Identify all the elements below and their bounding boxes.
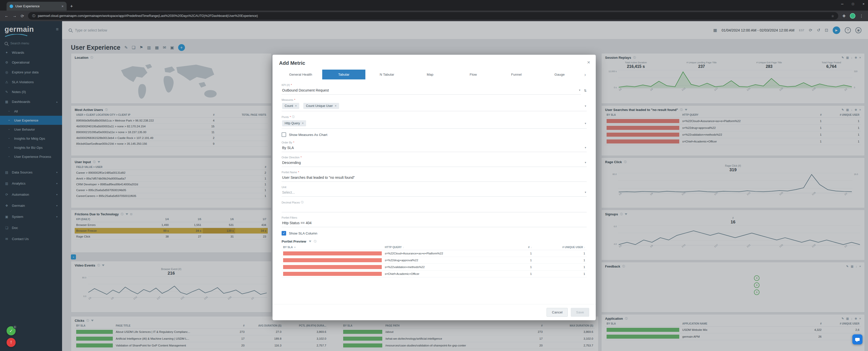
show-sla-column-checkbox[interactable]: ✓ Show SLA Column <box>282 231 587 235</box>
browser-chrome: User Experience × + ─ □ × ← → ⟳ ⓘ paemse… <box>0 0 868 21</box>
remove-chip-icon[interactable]: × <box>295 104 297 108</box>
browser-toolbar: ← → ⟳ ⓘ paemsef.cloud.germainapm.com/ger… <box>0 10 868 21</box>
address-bar[interactable]: ⓘ paemsef.cloud.germainapm.com/germainap… <box>28 12 838 20</box>
status-button[interactable]: ✓× <box>6 326 16 336</box>
add-metric-modal: Add Metric × General Health Tabular N Ta… <box>273 55 596 320</box>
sla-bar <box>283 251 382 255</box>
tab-tabular[interactable]: Tabular <box>322 70 365 79</box>
sla-bar <box>283 272 382 276</box>
chevron-down-icon: ▾ <box>585 122 586 125</box>
order-by-select[interactable]: By SLA ▾ <box>282 145 587 152</box>
order-direction-select[interactable]: Descending ▾ <box>282 159 587 167</box>
measures-select[interactable]: Count× Count Unique User× ▾ <box>282 102 587 111</box>
chat-button[interactable] <box>852 334 863 345</box>
chevron-down-icon: ▾ <box>585 161 586 164</box>
save-button[interactable]: Save <box>571 308 589 317</box>
window-minimize-button[interactable]: ─ <box>841 2 843 6</box>
window-maximize-button[interactable]: □ <box>852 2 854 6</box>
tab-funnel[interactable]: Funnel <box>495 70 538 79</box>
tab-general-health[interactable]: General Health <box>279 70 322 79</box>
sort-icon: ↕ <box>403 246 404 249</box>
sort-desc-icon: ▼ <box>294 246 296 249</box>
measure-chip[interactable]: Count Unique User× <box>303 103 339 109</box>
portlet-filters-input[interactable]: Http Status == 404 <box>282 220 587 227</box>
tab-flow[interactable]: Flow <box>452 70 495 79</box>
chat-bubble-icon <box>855 338 860 341</box>
table-row[interactable]: s=%22drug+approval%2211 <box>282 257 587 264</box>
kpi-select[interactable]: Outbound Document Request ▾ <box>282 87 581 95</box>
chevron-down-icon: ▾ <box>579 89 581 92</box>
info-icon[interactable]: ⓘ <box>292 115 295 119</box>
info-icon[interactable]: ⓘ <box>314 240 317 243</box>
table-row[interactable]: s=Chief+Academic+Officer11 <box>282 270 587 277</box>
pivot-chip[interactable]: Http Query× <box>282 120 306 126</box>
back-button[interactable]: ← <box>4 13 8 18</box>
badge-close-icon[interactable]: × <box>13 325 17 329</box>
order-by-field: Order By* By SLA ▾ <box>282 141 587 152</box>
url-text: paemsef.cloud.germainapm.com/germainapm/… <box>38 14 829 18</box>
decimal-places-input[interactable] <box>282 205 587 212</box>
browser-menu-icon[interactable]: ⋮ <box>860 13 864 19</box>
kpi-field: KPI (#)* Outbound Document Request ▾ ⇅ <box>282 84 587 95</box>
table-row[interactable]: s=%22Cloud+Assurance+as+e+Platform%2211 <box>282 250 587 257</box>
table-row[interactable]: s=%22validation+methods%2211 <box>282 264 587 270</box>
tabs-more-chevron-icon[interactable]: › <box>581 72 589 77</box>
unit-field: Unit Select... ▾ <box>282 186 587 197</box>
chevron-down-icon: ▾ <box>585 104 586 108</box>
column-header-unique-user[interactable]: # UNIQUE USER↕ <box>533 244 587 250</box>
cancel-button[interactable]: Cancel <box>547 308 568 317</box>
info-icon[interactable]: ⓘ <box>301 200 304 204</box>
portlet-filters-field: Portlet Filters Http Status == 404 <box>282 216 587 227</box>
sla-bar <box>283 265 382 269</box>
browser-tab[interactable]: User Experience × <box>6 2 67 10</box>
sla-bar <box>283 258 382 262</box>
filter-icon[interactable] <box>309 241 311 242</box>
modal-title: Add Metric <box>279 60 305 66</box>
tab-strip: User Experience × + ─ □ × <box>0 0 868 10</box>
sort-icon: ↕ <box>584 246 585 249</box>
close-icon[interactable]: × <box>587 59 590 65</box>
profile-avatar[interactable] <box>850 13 856 19</box>
order-direction-field: Order Direction* Descending ▾ <box>282 156 587 167</box>
measures-field: Measures* Count× Count Unique User× ▾ <box>282 98 587 111</box>
reload-button[interactable]: ⟳ <box>21 13 24 19</box>
favicon <box>9 4 13 8</box>
new-tab-button[interactable]: + <box>70 3 73 9</box>
tab-title: User Experience <box>16 4 59 8</box>
pivots-field: Pivots*ⓘ Http Query× ▾ <box>282 115 587 129</box>
swap-icon[interactable]: ⇅ <box>584 89 587 95</box>
site-info-icon[interactable]: ⓘ <box>32 14 35 18</box>
column-header-by-sla[interactable]: BY SLA▼ <box>282 244 383 250</box>
checkbox-checked: ✓ <box>282 231 286 235</box>
portlet-preview-title: Portlet Preview <box>282 240 306 243</box>
pivots-select[interactable]: Http Query× ▾ <box>282 119 587 129</box>
checkbox-unchecked <box>282 132 286 137</box>
tab-map[interactable]: Map <box>408 70 452 79</box>
tab-n-tabular[interactable]: N Tabular <box>365 70 408 79</box>
show-measures-as-chart-checkbox[interactable]: Show Measures As Chart <box>282 132 587 137</box>
bookmark-star-icon[interactable]: ☆ <box>831 14 834 18</box>
portlet-name-field: Portlet Name* User Searches that leaded … <box>282 171 587 182</box>
portlet-name-input[interactable]: User Searches that leaded to "no result … <box>282 174 587 182</box>
remove-chip-icon[interactable]: × <box>302 122 304 125</box>
chevron-down-icon: ▾ <box>585 191 586 194</box>
tab-close-icon[interactable]: × <box>62 4 64 8</box>
portlet-preview-table: BY SLA▼ HTTP QUERY↕ #↕ # UNIQUE USER↕ s=… <box>282 244 587 277</box>
unit-select[interactable]: Select... ▾ <box>282 189 587 197</box>
decimal-places-field: Decimal Placesⓘ <box>282 200 587 212</box>
sort-icon: ↕ <box>531 246 532 249</box>
column-header-count[interactable]: #↕ <box>488 244 533 250</box>
measure-chip[interactable]: Count× <box>282 103 299 109</box>
remove-chip-icon[interactable]: × <box>335 104 337 108</box>
extensions-icon[interactable]: ❖ <box>842 13 846 19</box>
tab-gauge[interactable]: Gauge <box>538 70 581 79</box>
forward-button[interactable]: → <box>12 13 17 18</box>
chevron-down-icon: ▾ <box>585 146 586 149</box>
column-header-http-query[interactable]: HTTP QUERY↕ <box>383 244 488 250</box>
modal-tabs: General Health Tabular N Tabular Map Flo… <box>279 70 589 79</box>
feedback-button[interactable]: ! <box>6 338 16 347</box>
window-close-button[interactable]: × <box>863 2 865 6</box>
